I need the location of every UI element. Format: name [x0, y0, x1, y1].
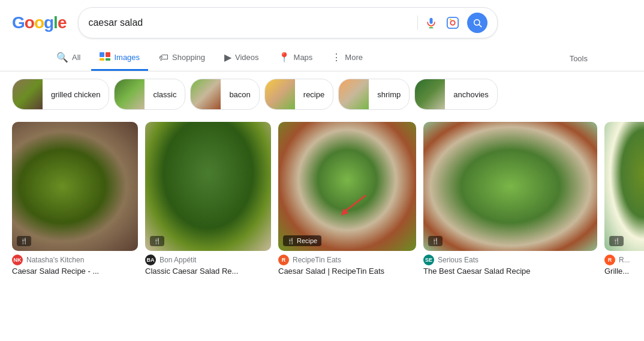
- search-input[interactable]: [88, 17, 411, 28]
- svg-line-7: [479, 25, 482, 27]
- fork-icon-3: 🍴: [287, 238, 294, 244]
- image-box-4: 🍴: [423, 122, 597, 251]
- tab-videos[interactable]: ▶ Videos: [216, 46, 267, 71]
- svg-line-12: [344, 196, 365, 212]
- chip-anchovies[interactable]: anchovies: [414, 79, 498, 110]
- microphone-icon[interactable]: [424, 16, 438, 30]
- logo-letter-g2: g: [44, 13, 53, 32]
- tab-maps-label: Maps: [294, 53, 313, 62]
- card-title-5: Grille...: [604, 267, 644, 277]
- svg-rect-11: [106, 58, 110, 61]
- card-source-2: BA Bon Appétit: [145, 255, 271, 265]
- image-card-1[interactable]: 🍴 NK Natasha's Kitchen Caesar Salad Reci…: [12, 122, 138, 277]
- chip-label-grilled-chicken: grilled chicken: [43, 90, 109, 99]
- chip-recipe[interactable]: recipe: [264, 79, 333, 110]
- svg-rect-9: [106, 52, 110, 57]
- salad-image-4: [423, 122, 597, 251]
- image-box-5: 🍴: [604, 122, 644, 251]
- tab-maps[interactable]: 📍 Maps: [270, 46, 321, 71]
- tab-images-label: Images: [114, 53, 140, 62]
- svg-point-5: [450, 19, 452, 20]
- chip-img-grilled-chicken: [13, 79, 43, 109]
- chip-img-recipe: [265, 79, 295, 109]
- tools-button[interactable]: Tools: [561, 48, 596, 69]
- maps-icon: 📍: [278, 52, 290, 63]
- recipe-badge-3: 🍴 Recipe: [283, 235, 321, 246]
- salad-image-2: [145, 122, 271, 251]
- source-name-2: Bon Appétit: [160, 256, 196, 264]
- images-icon: [100, 52, 110, 63]
- source-name-5: R...: [619, 256, 630, 264]
- card-source-1: NK Natasha's Kitchen: [12, 255, 138, 265]
- videos-icon: ▶: [224, 52, 231, 63]
- nav-tabs: 🔍 All Images 🏷 Shopping ▶ Videos 📍 Maps …: [0, 43, 644, 71]
- tab-images[interactable]: Images: [91, 46, 148, 71]
- favicon-4: SE: [423, 255, 434, 265]
- logo-letter-o1: o: [25, 13, 34, 32]
- salad-image-5: [604, 122, 644, 251]
- chip-img-bacon: [191, 79, 221, 109]
- search-divider: [417, 16, 418, 30]
- chip-label-anchovies: anchovies: [445, 90, 497, 99]
- image-box-3: 🍴 Recipe: [278, 122, 416, 251]
- image-card-4[interactable]: 🍴 SE Serious Eats The Best Caesar Salad …: [423, 122, 597, 277]
- card-title-1: Caesar Salad Recipe - ...: [12, 267, 138, 277]
- google-logo[interactable]: G o o g l e: [12, 13, 66, 32]
- card-source-3: R RecipeTin Eats: [278, 255, 416, 265]
- chip-img-anchovies: [415, 79, 445, 109]
- tab-more-label: More: [345, 53, 363, 62]
- arrow-overlay: [335, 193, 371, 219]
- chip-shrimp[interactable]: shrimp: [338, 79, 410, 110]
- tab-more[interactable]: ⋮ More: [323, 46, 371, 71]
- recipe-icon-1: 🍴: [17, 236, 31, 246]
- chip-classic[interactable]: classic: [114, 79, 185, 110]
- image-grid: 🍴 NK Natasha's Kitchen Caesar Salad Reci…: [0, 117, 644, 282]
- image-box-1: 🍴: [12, 122, 138, 251]
- favicon-2: BA: [145, 255, 156, 265]
- chip-img-shrimp: [339, 79, 369, 109]
- image-card-5[interactable]: 🍴 R R... Grille...: [604, 122, 644, 277]
- recipe-icon-2: 🍴: [150, 236, 164, 246]
- svg-rect-3: [447, 17, 458, 28]
- favicon-3: R: [278, 255, 289, 265]
- logo-letter-e: e: [58, 13, 67, 32]
- recipe-icon-5: 🍴: [609, 236, 624, 246]
- chip-label-recipe: recipe: [295, 90, 333, 99]
- image-box-2: 🍴: [145, 122, 271, 251]
- chip-label-classic: classic: [145, 90, 185, 99]
- logo-letter-l: l: [53, 13, 58, 32]
- tab-all[interactable]: 🔍 All: [48, 46, 89, 71]
- chip-label-shrimp: shrimp: [369, 90, 409, 99]
- tab-shopping[interactable]: 🏷 Shopping: [151, 46, 213, 71]
- favicon-1: NK: [12, 255, 23, 265]
- card-source-4: SE Serious Eats: [423, 255, 597, 265]
- search-bar: [78, 7, 498, 38]
- recipe-badge-label: Recipe: [297, 237, 317, 244]
- header: G o o g l e: [0, 0, 644, 43]
- tab-shopping-label: Shopping: [172, 53, 205, 62]
- source-name-4: Serious Eats: [438, 256, 479, 264]
- svg-rect-8: [100, 52, 104, 57]
- salad-image-3: [278, 122, 416, 251]
- shopping-icon: 🏷: [159, 52, 168, 63]
- image-card-3[interactable]: 🍴 Recipe R RecipeTin Eats Caesar Salad |…: [278, 122, 416, 277]
- card-title-3: Caesar Salad | RecipeTin Eats: [278, 267, 416, 277]
- logo-letter-g: G: [12, 13, 25, 32]
- suggestion-chips: grilled chicken classic bacon recipe shr…: [0, 71, 644, 117]
- source-name-1: Natasha's Kitchen: [26, 256, 84, 264]
- card-source-5: R R...: [604, 255, 644, 265]
- search-button[interactable]: [467, 13, 487, 33]
- image-card-2[interactable]: 🍴 BA Bon Appétit Classic Caesar Salad Re…: [145, 122, 271, 277]
- recipe-icon-4: 🍴: [428, 236, 443, 246]
- chip-label-bacon: bacon: [221, 90, 258, 99]
- logo-letter-o2: o: [34, 13, 44, 32]
- favicon-5: R: [604, 255, 615, 265]
- chip-grilled-chicken[interactable]: grilled chicken: [12, 79, 109, 110]
- tab-all-label: All: [72, 53, 80, 62]
- chip-bacon[interactable]: bacon: [190, 79, 259, 110]
- more-icon: ⋮: [332, 52, 341, 63]
- svg-rect-0: [430, 18, 433, 24]
- source-name-3: RecipeTin Eats: [293, 256, 341, 264]
- chip-img-classic: [115, 79, 145, 109]
- google-lens-icon[interactable]: [446, 16, 460, 30]
